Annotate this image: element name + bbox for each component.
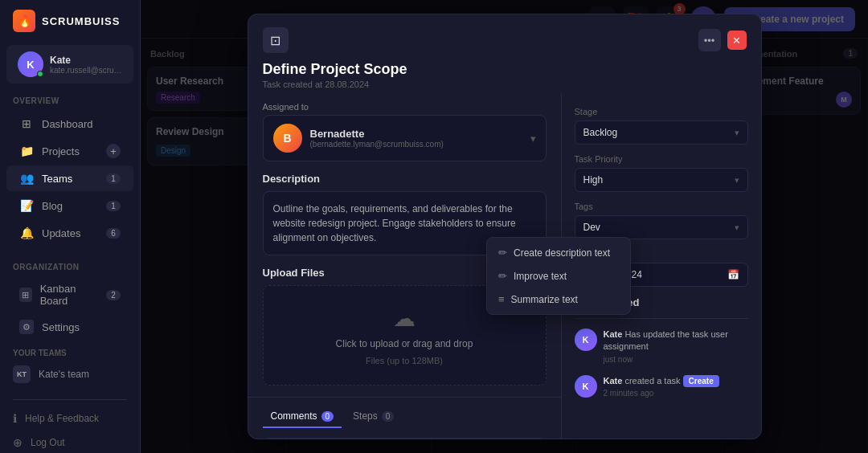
teams-icon: 👥 xyxy=(19,171,34,186)
task-modal: ⊡ ••• ✕ Define Project Scope Task create… xyxy=(248,14,762,439)
tab-label: Comments xyxy=(271,410,317,422)
ai-menu-label: Summarize text xyxy=(511,294,578,305)
stage-select[interactable]: Backlog ▾ xyxy=(575,120,748,145)
user-info: Kate kate.russell@scrumbuiss.com xyxy=(50,55,122,75)
kanban-icon: ⊞ xyxy=(19,288,32,302)
assigned-block[interactable]: B Bernadette (bernadette.lyman@scrumbuis… xyxy=(263,115,547,161)
comment-input-wrap: Post comment xyxy=(263,438,547,439)
ai-menu-item-summarize[interactable]: ≡ Summarize text xyxy=(490,288,627,311)
ai-menu-item-create[interactable]: ✏ Create description text xyxy=(490,241,627,264)
sidebar-item-teams[interactable]: 👥 Teams 1 xyxy=(6,165,133,191)
priority-label: Task Priority xyxy=(575,154,748,164)
activity-item: K Kate created a task Create 2 minutes a… xyxy=(575,375,748,398)
priority-select[interactable]: High ▾ xyxy=(575,168,748,192)
teams-section-label: Your Teams xyxy=(0,345,140,361)
logout-item[interactable]: ⊕ Log Out xyxy=(0,431,140,453)
modal-more-button[interactable]: ••• xyxy=(698,29,721,51)
tab-steps[interactable]: Steps 0 xyxy=(345,406,402,428)
stage-value: Backlog xyxy=(583,127,618,138)
tab-comments[interactable]: Comments 0 xyxy=(263,406,342,428)
activity-action: Has updated the task user assignment xyxy=(604,329,728,351)
chevron-down-icon: ▾ xyxy=(735,128,739,138)
activity-time: just now xyxy=(604,355,748,364)
assignee-avatar: B xyxy=(273,124,302,153)
avatar: K xyxy=(18,51,43,77)
user-card[interactable]: K Kate kate.russell@scrumbuiss.com xyxy=(6,45,133,84)
pencil-icon: ✏ xyxy=(498,247,507,259)
activity-avatar: K xyxy=(575,329,597,351)
sidebar-item-dashboard[interactable]: ⊞ Dashboard xyxy=(6,111,133,137)
activity-user: Kate xyxy=(604,329,623,339)
help-item[interactable]: ℹ Help & Feedback xyxy=(0,406,140,431)
modal-title-wrap: Define Project Scope Task created at 28.… xyxy=(248,61,761,94)
team-icon: KT xyxy=(13,365,31,383)
priority-field: Task Priority High ▾ xyxy=(575,154,748,192)
assignee-name: Bernadette xyxy=(310,128,444,140)
assigned-label: Assigned to xyxy=(248,94,561,115)
sidebar-item-label: Settings xyxy=(42,321,80,333)
activity-text: Kate Has updated the task user assignmen… xyxy=(604,329,748,353)
kanban-badge: 2 xyxy=(106,290,121,300)
activity-item: K Kate Has updated the task user assignm… xyxy=(575,329,748,364)
main-content: ⚙ 🚩 🔔 3 K ✦ Create a new project Backlog… xyxy=(141,0,868,453)
activity-time: 2 minutes ago xyxy=(604,389,748,398)
activity-text: Kate created a task Create xyxy=(604,375,748,387)
assignee-info: B Bernadette (bernadette.lyman@scrumbuis… xyxy=(273,124,444,153)
task-icon: ⊡ xyxy=(263,27,289,53)
add-project-button[interactable]: + xyxy=(106,144,121,158)
org-label: Organization xyxy=(0,259,140,276)
sidebar-item-settings[interactable]: ⚙ Settings xyxy=(6,314,133,340)
tabs-row: Comments 0 Steps 0 xyxy=(248,397,561,428)
modal-subtitle: Task created at 28.08.2024 xyxy=(263,80,747,89)
sidebar-item-updates[interactable]: 🔔 Updates 6 xyxy=(6,220,133,246)
list-icon: ≡ xyxy=(498,293,505,305)
tags-label: Tags xyxy=(575,202,748,211)
tab-label: Steps xyxy=(353,410,378,422)
priority-value: High xyxy=(583,174,604,186)
team-item-kates[interactable]: KT Kate's team xyxy=(0,361,140,388)
upload-limit: Files (up to 128MB) xyxy=(366,356,443,365)
chevron-down-icon: ▾ xyxy=(735,175,739,186)
modal-header-actions: ••• ✕ xyxy=(698,29,747,51)
logo-icon: 🔥 xyxy=(13,10,35,32)
overview-label: Overview xyxy=(0,93,140,110)
sidebar-bottom: ℹ Help & Feedback ⊕ Log Out xyxy=(0,393,140,453)
sidebar-item-blog[interactable]: 📝 Blog 1 xyxy=(6,193,133,218)
sidebar: 🔥 SCRUMBUISS K Kate kate.russell@scrumbu… xyxy=(0,0,141,453)
pencil-icon: ✏ xyxy=(498,270,507,282)
upload-text: Click to upload or drag and drop xyxy=(336,338,473,349)
tags-value: Dev xyxy=(583,222,600,233)
teams-badge: 1 xyxy=(106,173,121,184)
projects-icon: 📁 xyxy=(19,144,34,158)
divider xyxy=(13,399,127,400)
sidebar-item-kanban[interactable]: ⊞ Kanban Board 2 xyxy=(6,277,133,312)
upload-cloud-icon: ☁ xyxy=(393,305,416,332)
tags-field: Tags Dev ▾ xyxy=(575,202,748,239)
modal-header: ⊡ ••• ✕ xyxy=(248,14,761,61)
teams-section: Your Teams KT Kate's team xyxy=(0,341,140,393)
modal-overlay[interactable]: ⊡ ••• ✕ Define Project Scope Task create… xyxy=(141,0,868,453)
activity-user: Kate xyxy=(604,376,623,386)
logout-icon: ⊕ xyxy=(13,436,23,449)
sidebar-item-label: Projects xyxy=(42,145,80,157)
sidebar-item-label: Blog xyxy=(42,200,63,212)
updates-badge: 6 xyxy=(106,228,121,239)
modal-close-button[interactable]: ✕ xyxy=(727,31,747,50)
ai-menu-item-improve[interactable]: ✏ Improve text xyxy=(490,264,627,288)
sidebar-item-label: Kanban Board xyxy=(40,283,98,307)
blog-badge: 1 xyxy=(106,201,121,211)
activity-action: created a task xyxy=(624,376,682,386)
sidebar-item-projects[interactable]: 📁 Projects + xyxy=(6,138,133,164)
stage-label: Stage xyxy=(575,107,748,116)
team-label: Kate's team xyxy=(39,369,89,380)
help-icon: ℹ xyxy=(13,412,17,425)
sidebar-item-label: Updates xyxy=(42,227,80,239)
chevron-down-icon: ▾ xyxy=(530,133,536,145)
stage-field: Stage Backlog ▾ xyxy=(575,107,748,145)
assignee-email: (bernadette.lyman@scrumbuiss.com) xyxy=(310,140,444,149)
app-name: SCRUMBUISS xyxy=(42,15,120,27)
steps-count: 0 xyxy=(382,411,395,422)
blog-icon: 📝 xyxy=(19,198,34,213)
tags-select[interactable]: Dev ▾ xyxy=(575,215,748,239)
modal-title: Define Project Scope xyxy=(263,61,747,78)
